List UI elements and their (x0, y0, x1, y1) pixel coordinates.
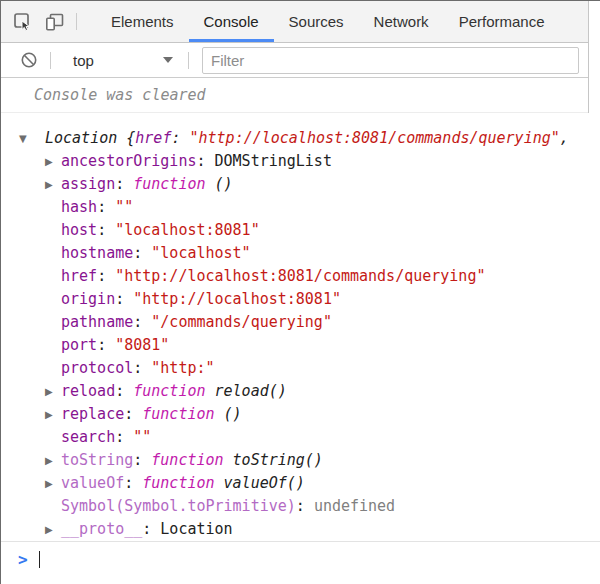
property-row: ▶reload: function reload() (1, 380, 600, 403)
property-separator: : (115, 382, 133, 400)
expand-arrow-icon[interactable]: ▶ (45, 472, 61, 495)
console-prompt[interactable]: > (1, 541, 600, 584)
property-name: valueOf (61, 474, 124, 492)
property-name: protocol (61, 359, 133, 377)
property-name: pathname (61, 313, 133, 331)
object-properties: ▶ancestorOrigins: DOMStringList▶assign: … (1, 150, 600, 541)
console-cleared-message: Console was cleared (34, 86, 206, 104)
property-row: origin: "http://localhost:8081" (1, 288, 600, 311)
property-separator: : (115, 428, 133, 446)
property-value: "" (115, 198, 133, 216)
property-separator: : (97, 198, 115, 216)
expand-arrow-icon[interactable]: ▶ (45, 150, 61, 173)
property-separator: : (124, 405, 142, 423)
property-row: ▶replace: function () (1, 403, 600, 426)
inspect-element-button[interactable] (7, 1, 39, 42)
property-row: ▶ancestorOrigins: DOMStringList (1, 150, 600, 173)
property-value: "http://localhost:8081/commands/querying… (115, 267, 485, 285)
property-value: valueOf() (215, 474, 305, 492)
devtools-window: ElementsConsoleSourcesNetworkPerformance… (0, 0, 600, 584)
property-separator: : (133, 244, 151, 262)
expand-arrow-icon[interactable]: ▶ (45, 380, 61, 403)
tab-sources[interactable]: Sources (274, 1, 359, 42)
object-preview-open: { (117, 129, 135, 147)
tab-strip: ElementsConsoleSourcesNetworkPerformance (96, 1, 560, 42)
property-row: ▶assign: function () (1, 173, 600, 196)
context-selector-label: top (73, 52, 94, 69)
property-separator: : (196, 152, 214, 170)
console-log-area: ▼Location {href: "http://localhost:8081/… (1, 113, 600, 584)
property-value: () (215, 405, 242, 423)
property-separator: : (133, 451, 151, 469)
property-value-keyword: function (142, 474, 214, 492)
tab-console[interactable]: Console (189, 1, 274, 42)
property-separator: : (115, 290, 133, 308)
object-preview-trailing: , (560, 129, 569, 147)
property-row: port: "8081" (1, 334, 600, 357)
property-value: reload() (206, 382, 287, 400)
device-toolbar-icon (44, 12, 66, 32)
property-value-keyword: function (133, 175, 205, 193)
property-separator: : (97, 221, 115, 239)
property-separator: : (133, 359, 151, 377)
separator (50, 52, 51, 69)
prompt-chevron-icon: > (18, 551, 28, 569)
tab-performance[interactable]: Performance (444, 1, 560, 42)
separator (76, 13, 77, 30)
property-name: Symbol(Symbol.toPrimitive) (61, 497, 296, 515)
tab-network[interactable]: Network (359, 1, 444, 42)
property-separator: : (133, 313, 151, 331)
property-value: "" (133, 428, 151, 446)
property-row: protocol: "http:" (1, 357, 600, 380)
tab-elements[interactable]: Elements (96, 1, 189, 42)
property-row: pathname: "/commands/querying" (1, 311, 600, 334)
property-value: Location (160, 520, 232, 538)
property-row: ▶__proto__: Location (1, 518, 600, 541)
property-name: reload (61, 382, 115, 400)
property-name: href (61, 267, 97, 285)
context-selector[interactable]: top (65, 52, 183, 69)
property-row: ▶valueOf: function valueOf() (1, 472, 600, 495)
device-toolbar-button[interactable] (39, 1, 71, 42)
property-name: replace (61, 405, 124, 423)
property-separator: : (97, 267, 115, 285)
clear-console-button[interactable] (13, 51, 45, 69)
separator (188, 52, 189, 69)
expand-arrow-icon[interactable]: ▶ (45, 518, 61, 541)
object-preview-sep: : (171, 129, 189, 147)
property-name: assign (61, 175, 115, 193)
property-value: "localhost:8081" (115, 221, 260, 239)
expand-arrow-icon[interactable]: ▶ (45, 173, 61, 196)
collapse-arrow-icon[interactable]: ▼ (19, 127, 35, 150)
console-toolbar: top (1, 43, 588, 78)
property-value: undefined (314, 497, 395, 515)
property-row: host: "localhost:8081" (1, 219, 600, 242)
property-row: hash: "" (1, 196, 600, 219)
property-value: () (206, 175, 233, 193)
property-name: hash (61, 198, 97, 216)
property-separator: : (296, 497, 314, 515)
property-separator: : (115, 175, 133, 193)
property-value-keyword: function (142, 405, 214, 423)
inspect-icon (13, 12, 33, 32)
property-value: "/commands/querying" (151, 313, 332, 331)
property-name: toString (61, 451, 133, 469)
property-name: ancestorOrigins (61, 152, 196, 170)
property-value-keyword: function (151, 451, 223, 469)
expand-arrow-icon[interactable]: ▶ (45, 449, 61, 472)
property-name: port (61, 336, 97, 354)
object-class-name: Location (45, 129, 117, 147)
object-header-row: ▼Location {href: "http://localhost:8081/… (1, 127, 600, 150)
object-preview-key: href (135, 129, 171, 147)
filter-input[interactable] (202, 47, 579, 74)
property-row: search: "" (1, 426, 600, 449)
object-preview-value: "http://localhost:8081/commands/querying… (190, 129, 560, 147)
property-row: ▶toString: function toString() (1, 449, 600, 472)
property-name: search (61, 428, 115, 446)
chevron-down-icon (163, 57, 173, 63)
property-value-keyword: function (133, 382, 205, 400)
property-separator: : (124, 474, 142, 492)
property-value: "localhost" (151, 244, 250, 262)
property-row: href: "http://localhost:8081/commands/qu… (1, 265, 600, 288)
expand-arrow-icon[interactable]: ▶ (45, 403, 61, 426)
